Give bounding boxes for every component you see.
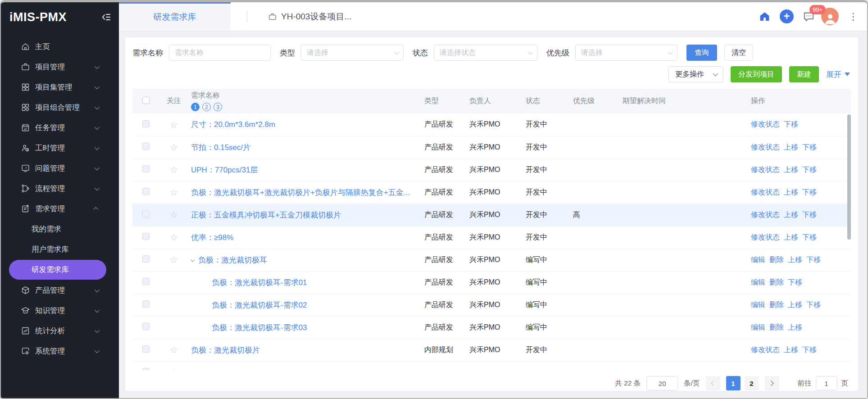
op-上移[interactable]: 上移 [784,188,798,196]
op-修改状态[interactable]: 修改状态 [751,211,780,218]
op-编辑[interactable]: 编辑 [751,256,765,263]
row-checkbox[interactable] [142,143,150,150]
row-checkbox[interactable] [142,300,150,308]
requirement-name-link[interactable]: UPH：770pcs/31层 [191,166,258,174]
row-checkbox[interactable] [142,120,150,127]
star-icon[interactable]: ☆ [170,255,178,265]
op-修改状态[interactable]: 修改状态 [751,188,780,196]
op-上移[interactable]: 上移 [788,323,802,331]
scrollbar-thumb[interactable] [847,114,851,240]
row-checkbox[interactable] [142,165,150,172]
op-上移[interactable]: 上移 [784,346,798,354]
sidebar-item-问题管理[interactable]: ? 问题管理 [1,158,119,178]
op-下移[interactable]: 下移 [802,143,817,151]
collapse-sidebar-icon[interactable] [101,12,112,23]
row-checkbox[interactable] [142,210,150,218]
sidebar-item-项目组合管理[interactable]: 项目组合管理 [1,97,119,118]
op-下移[interactable]: 下移 [802,166,817,173]
next-page-button[interactable] [765,376,779,390]
status-filter-select[interactable]: 请选择状态 [434,45,537,61]
star-icon[interactable]: ☆ [170,120,178,130]
op-下移[interactable]: 下移 [784,120,798,128]
row-checkbox[interactable] [142,188,150,195]
op-删除[interactable]: 删除 [769,278,784,286]
expand-toggle[interactable]: 展开 [826,69,850,80]
requirement-name-link[interactable]: 尺寸：20.0m*3.6m*2.8m [191,120,275,129]
op-编辑[interactable]: 编辑 [751,278,765,286]
level-2-button[interactable]: 2 [202,103,211,111]
op-下移[interactable]: 下移 [802,346,817,354]
level-3-button[interactable]: 3 [214,103,222,111]
requirement-name-link[interactable]: 负极：激光裁切极片 [191,346,260,354]
star-icon[interactable]: ☆ [170,165,178,175]
star-icon[interactable]: ☆ [170,367,178,370]
op-上移[interactable]: 上移 [788,301,802,308]
row-checkbox[interactable] [142,345,150,353]
row-checkbox[interactable] [142,368,150,370]
sidebar-item-流程管理[interactable]: 流程管理 [1,178,119,199]
table-scrollbar[interactable] [847,113,851,370]
sidebar-item-系统管理[interactable]: 系统管理 [1,341,119,361]
sidebar-item-工时管理[interactable]: 工时管理 [1,138,119,158]
op-修改状态[interactable]: 修改状态 [751,346,780,354]
op-删除[interactable]: 删除 [769,256,784,263]
op-下移[interactable]: 下移 [802,233,817,241]
op-下移[interactable]: 下移 [806,301,821,308]
sidebar-item-项目管理[interactable]: 项目管理 [1,57,119,77]
op-上移[interactable]: 上移 [784,143,798,151]
page-1-button[interactable]: 1 [726,376,741,390]
op-下移[interactable]: 下移 [802,188,817,196]
sidebar-item-任务管理[interactable]: 任务管理 [1,118,119,138]
tab-project-yh003[interactable]: YH-003设备项目... [247,2,369,31]
page-2-button[interactable]: 2 [745,376,759,390]
op-下移[interactable]: 下移 [788,278,802,286]
star-icon[interactable]: ☆ [170,142,178,152]
op-下移[interactable]: 下移 [806,256,821,263]
page-size-input[interactable] [646,376,678,390]
star-icon[interactable]: ☆ [170,187,178,197]
add-button[interactable]: + [780,9,794,23]
search-button[interactable]: 查询 [686,45,717,61]
select-all-checkbox[interactable] [142,97,150,104]
distribute-to-project-button[interactable]: 分发到项目 [731,66,782,82]
op-编辑[interactable]: 编辑 [751,301,765,308]
op-下移[interactable]: 下移 [802,211,817,218]
priority-filter-select[interactable]: 请选择 [575,45,677,61]
sidebar-subitem-用户需求库[interactable]: 用户需求库 [9,240,106,259]
op-删除[interactable]: 删除 [769,323,784,331]
sidebar-item-项目集管理[interactable]: 项目集管理 [1,77,119,97]
create-button[interactable]: 新建 [789,66,819,82]
row-checkbox[interactable] [142,255,150,263]
op-删除[interactable]: 删除 [769,301,784,308]
home-icon[interactable] [759,11,770,22]
type-filter-select[interactable]: 请选择 [301,45,404,61]
requirement-name-link[interactable]: 负极：激光裁切极耳-需求02 [191,301,307,309]
row-checkbox[interactable] [142,323,150,330]
requirement-name-link[interactable]: 正极：五金模具冲切极耳+五金刀模裁切极片 [191,211,341,219]
more-actions-button[interactable]: 更多操作 [668,66,723,82]
op-上移[interactable]: 上移 [788,256,802,263]
sidebar-item-统计分析[interactable]: 统计分析 [1,321,119,341]
star-icon[interactable]: ☆ [170,210,178,220]
sidebar-item-知识管理[interactable]: 知识管理 [1,300,119,321]
goto-page-input[interactable] [816,376,837,390]
sidebar-subitem-研发需求库[interactable]: 研发需求库 [9,260,106,280]
sidebar-item-需求管理[interactable]: 需求管理 [1,199,119,219]
star-icon[interactable]: ☆ [170,232,178,242]
op-修改状态[interactable]: 修改状态 [751,120,780,128]
requirement-name-link[interactable]: 优率：≥98% [191,233,233,242]
op-上移[interactable]: 上移 [784,211,798,218]
op-上移[interactable]: 上移 [784,233,798,241]
requirement-name-link[interactable]: 负极：激光裁切极耳 [198,256,267,264]
more-menu-icon[interactable]: ⋮ [849,12,858,21]
row-checkbox[interactable] [142,233,150,240]
op-修改状态[interactable]: 修改状态 [751,166,780,173]
sidebar-item-主页[interactable]: 主页 [1,36,119,57]
op-编辑[interactable]: 编辑 [751,323,765,331]
op-修改状态[interactable]: 修改状态 [751,143,780,151]
op-上移[interactable]: 上移 [784,166,798,173]
name-filter-input[interactable] [169,45,271,61]
op-修改状态[interactable]: 修改状态 [751,233,780,241]
collapse-caret-icon[interactable] [191,257,195,262]
prev-page-button[interactable] [706,376,720,390]
